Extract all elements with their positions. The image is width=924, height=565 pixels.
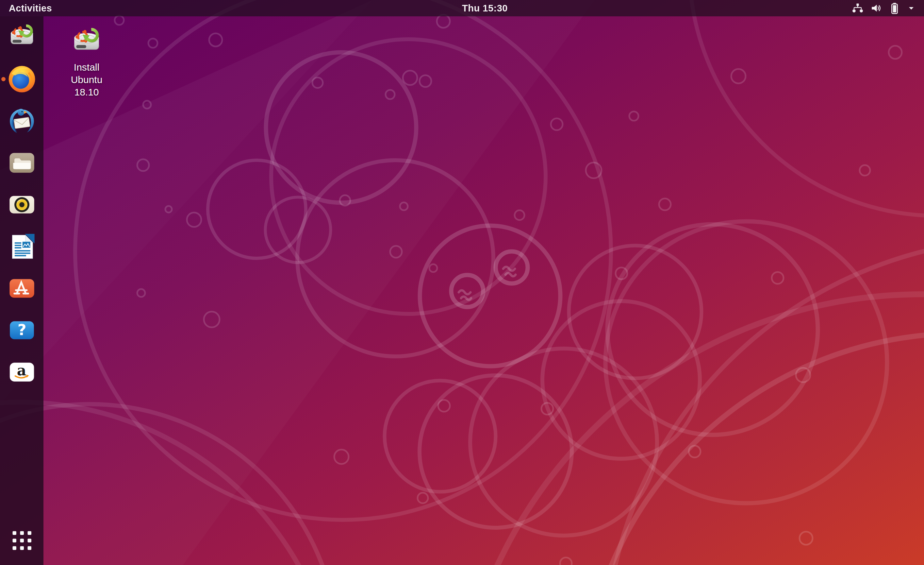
activities-button[interactable]: Activities bbox=[0, 0, 61, 17]
dock-item-thunderbird[interactable] bbox=[0, 100, 44, 142]
dock-item-help[interactable] bbox=[0, 309, 44, 351]
files-icon bbox=[7, 148, 37, 178]
amazon-icon bbox=[7, 357, 37, 387]
wired-network-icon[interactable] bbox=[852, 2, 864, 14]
volume-icon[interactable] bbox=[870, 2, 882, 14]
help-icon bbox=[7, 315, 37, 345]
dropdown-arrow-icon[interactable] bbox=[907, 4, 915, 12]
firefox-running-indicator bbox=[1, 77, 6, 81]
wallpaper-cosmic-cuttlefish bbox=[0, 0, 924, 565]
desktop-icon-label-line3: 18.10 bbox=[71, 86, 103, 98]
desktop-icon-label-line1: Install bbox=[71, 61, 103, 74]
dock-item-install-ubuntu[interactable] bbox=[0, 17, 44, 58]
show-applications-button[interactable] bbox=[7, 526, 37, 556]
show-apps-grid-icon bbox=[7, 526, 37, 556]
dock-item-ubuntu-software[interactable] bbox=[0, 267, 44, 309]
install-ubuntu-icon bbox=[70, 26, 103, 59]
clock-button[interactable]: Thu 15:30 bbox=[462, 0, 508, 17]
ubuntu-software-icon bbox=[7, 273, 37, 304]
rhythmbox-icon bbox=[7, 189, 37, 220]
dock-item-amazon[interactable] bbox=[0, 351, 44, 393]
battery-icon[interactable] bbox=[889, 2, 900, 15]
dock-item-firefox[interactable] bbox=[0, 58, 44, 100]
desktop-icon-label: Install Ubuntu 18.10 bbox=[71, 61, 103, 98]
firefox-icon bbox=[7, 64, 37, 94]
system-status-area[interactable] bbox=[852, 0, 924, 17]
install-ubuntu-icon bbox=[7, 22, 37, 52]
top-bar: Activities Thu 15:30 bbox=[0, 0, 924, 17]
ubuntu-desktop: ? a Activities bbox=[0, 0, 924, 565]
libreoffice-writer-icon bbox=[7, 231, 37, 261]
thunderbird-icon bbox=[7, 106, 37, 136]
desktop-icon-install-ubuntu[interactable]: Install Ubuntu 18.10 bbox=[64, 26, 110, 98]
dock-item-rhythmbox[interactable] bbox=[0, 184, 44, 225]
dock-item-files[interactable] bbox=[0, 142, 44, 184]
dock-item-libreoffice-writer[interactable] bbox=[0, 225, 44, 267]
desktop-icon-label-line2: Ubuntu bbox=[71, 74, 103, 86]
dock bbox=[0, 17, 44, 565]
